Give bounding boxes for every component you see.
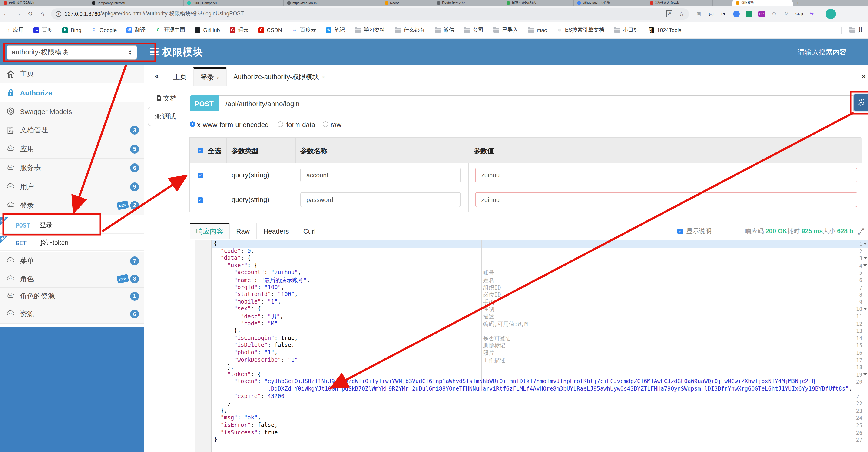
radio-form-data[interactable] [278, 121, 283, 127]
fold-arrow-icon[interactable] [863, 308, 867, 310]
extension-icon[interactable]: ✳ [808, 10, 815, 17]
row-checkbox[interactable]: ✓ [197, 197, 203, 203]
bookmark-item[interactable]: 小目标 [614, 27, 639, 33]
panel-tab-debug[interactable]: 调试 [148, 107, 186, 126]
close-tab-icon[interactable]: × [322, 74, 325, 80]
translate-icon[interactable]: 译 [666, 10, 673, 17]
endpoint-url[interactable]: /api/authority/anno/login [218, 95, 854, 111]
site-info-icon[interactable]: i [56, 11, 61, 17]
fold-arrow-icon[interactable] [863, 257, 867, 259]
extension-icon[interactable]: RP [758, 10, 765, 17]
back-button[interactable]: ← [0, 10, 12, 17]
extension-icon[interactable] [733, 10, 740, 17]
profile-avatar[interactable] [826, 9, 836, 19]
overflow-tabs-icon[interactable]: » [862, 72, 866, 80]
fold-arrow-icon[interactable] [863, 243, 867, 245]
sidebar-item-应用[interactable]: API 应用 5 [0, 140, 144, 159]
param-value-input[interactable]: zuihou [475, 192, 857, 207]
module-select[interactable]: authority-权限模块▲▼ [6, 45, 137, 60]
reload-button[interactable]: ↻ [24, 10, 36, 17]
browser-tab[interactable]: 权限模块 [732, 0, 793, 6]
sidebar-item-Authorize[interactable]: Authorize [0, 84, 144, 103]
browser-tab[interactable]: 日家小众9元航天 [503, 0, 574, 6]
row-checkbox[interactable]: ✓ [197, 173, 203, 178]
sidebar-endpoint-POST[interactable]: NEW POST 登录 [0, 217, 144, 234]
bookmark-item[interactable]: 📖ES搜索引擎文档 [557, 27, 604, 33]
close-tab-icon[interactable]: × [217, 75, 220, 80]
bookmark-item[interactable]: 学习资料 [355, 27, 385, 33]
param-name-input[interactable]: password [300, 192, 461, 207]
sidebar-endpoint-GET[interactable]: NEW GET 验证token [0, 235, 144, 251]
extension-icon[interactable]: {…} [708, 10, 715, 17]
extension-icon[interactable]: ▣ [695, 10, 702, 17]
bookmark-item[interactable]: bBing [62, 27, 81, 33]
bookmark-item[interactable]: GitHub [195, 27, 220, 33]
extension-icon[interactable] [746, 10, 752, 17]
content-tab-登录[interactable]: 登录× [193, 67, 226, 86]
bookmark-item[interactable]: CCSDN [258, 27, 282, 33]
param-name-input[interactable]: account [300, 168, 461, 182]
bookmark-item[interactable]: ∞百度云 [292, 27, 316, 33]
extension-icon[interactable]: O [771, 10, 777, 17]
extension-icon[interactable]: en [721, 10, 727, 17]
browser-tab[interactable]: Zuul—Composei [184, 0, 284, 6]
sidebar-item-资源[interactable]: API 资源 6 [0, 305, 144, 323]
bookmark-item[interactable]: 已导入 [493, 27, 518, 33]
show-desc-checkbox[interactable]: ✓ [678, 228, 683, 234]
sidebar-item-登录[interactable]: API 登录 NEW 2 [0, 196, 144, 215]
sidebar-item-角色[interactable]: API 角色 NEW 8 [0, 271, 144, 288]
radio-raw[interactable] [323, 121, 328, 127]
content-tab-Authorize-authority-权限模块[interactable]: Authorize-authority-权限模块× [226, 67, 332, 86]
extension-icon[interactable]: M [783, 10, 790, 17]
browser-tab[interactable]: 自做 加首/92Jdch [0, 0, 88, 6]
browser-tab[interactable]: Route 传べクシ [433, 0, 503, 6]
content-tab-主页[interactable]: 主页 [166, 67, 193, 86]
sidebar-item-文档管理[interactable]: 文档管理 3 [0, 121, 144, 140]
sidebar-item-用户[interactable]: API 用户 9 [0, 177, 144, 196]
bookmark-item[interactable]: du百度 [33, 27, 53, 33]
bookmark-overflow[interactable]: 其 [858, 27, 863, 33]
sidebar-item-home[interactable]: 主页 [0, 65, 144, 84]
search-input[interactable]: 请输入搜索内容 [798, 48, 847, 57]
bookmark-item[interactable]: GGoogle [91, 27, 117, 33]
panel-tab-doc[interactable]: 文档 [144, 91, 185, 106]
response-tab-Curl[interactable]: Curl [296, 223, 323, 239]
sidebar-item-服务表[interactable]: API 服务表 6 [0, 159, 144, 177]
fold-arrow-icon[interactable] [863, 373, 867, 376]
bookmark-item[interactable]: 10 241024Tools [649, 27, 681, 33]
forward-button[interactable]: → [12, 10, 24, 17]
response-tab-响应内容[interactable]: 响应内容 [190, 223, 230, 239]
browser-tab[interactable]: Nacos [381, 0, 433, 6]
bookmark-item[interactable]: 译翻译 [126, 27, 146, 33]
response-tab-Raw[interactable]: Raw [230, 223, 257, 239]
browser-tab[interactable]: https://zha-lan-mu [284, 0, 381, 6]
bookmark-item[interactable]: C开源中国 [155, 27, 185, 33]
browser-tab[interactable]: github push 大竹攻 [574, 0, 646, 6]
new-tab-button[interactable]: + [797, 0, 799, 5]
send-button[interactable]: 发 [854, 94, 868, 111]
select-all-checkbox[interactable]: ✓ [197, 147, 203, 153]
bookmark-star-icon[interactable]: ☆ [679, 10, 684, 17]
fold-arrow-icon[interactable] [863, 264, 867, 267]
bookmark-item[interactable]: ⋮⋮应用 [5, 27, 24, 33]
bookmark-item[interactable]: 什么都有 [395, 27, 425, 33]
bookmark-item[interactable]: 微信 [435, 27, 454, 33]
browser-tab[interactable]: 3为什么人 (pack [646, 0, 713, 6]
sidebar-item-菜单[interactable]: API 菜单 7 [0, 252, 144, 271]
bookmark-item[interactable]: ✎笔记 [326, 27, 345, 33]
address-bar[interactable]: i 127.0.0.1:8760/api/gate/doc.html#/auth… [51, 8, 689, 19]
expand-icon[interactable]: ↗↙ [858, 228, 864, 234]
sidebar-item-Swagger Models[interactable]: Swagger Models [0, 103, 144, 121]
sidebar-item-角色的资源[interactable]: API 角色的资源 1 [0, 288, 144, 305]
menu-icon[interactable] [150, 48, 158, 55]
bookmark-item[interactable]: mac [528, 27, 547, 33]
collapse-tabs-icon[interactable]: « [155, 72, 159, 80]
radio-x-www-form-urlencoded[interactable] [190, 121, 195, 127]
home-button[interactable]: ⌂ [36, 10, 48, 17]
bookmark-item[interactable]: 公司 [464, 27, 484, 33]
browser-tab[interactable]: Temporary Interacti [88, 0, 184, 6]
extension-icon[interactable]: GitZip [796, 10, 802, 17]
response-tab-Headers[interactable]: Headers [257, 223, 296, 239]
param-value-input[interactable]: zuihou [475, 168, 857, 182]
bookmark-item[interactable]: G码云 [230, 27, 249, 33]
